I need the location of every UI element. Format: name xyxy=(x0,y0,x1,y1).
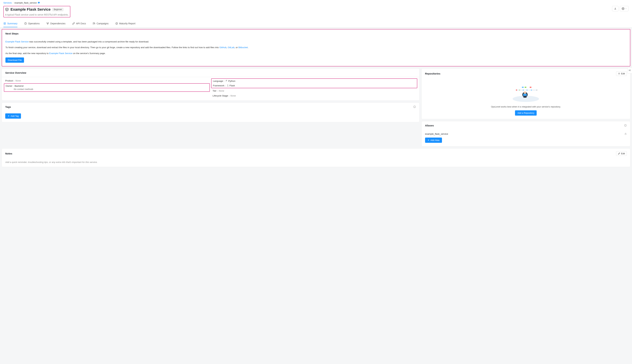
lifecycle-row: Lifecycle Stage : None xyxy=(213,94,416,97)
tab-operations[interactable]: Operations xyxy=(24,20,40,27)
thumb-icon[interactable] xyxy=(38,1,40,4)
tab-dependencies[interactable]: Dependencies xyxy=(46,20,66,27)
owner-link[interactable]: Backend xyxy=(15,85,24,87)
plus-icon xyxy=(427,139,429,141)
page-title: Example Flask Service xyxy=(11,7,51,12)
service-icon xyxy=(5,8,9,11)
collapse-icon xyxy=(628,69,631,72)
service-link-2[interactable]: Example Flask Service xyxy=(49,52,72,54)
tags-title: Tags xyxy=(5,106,11,108)
next-steps-p1: Example Flask Service was successfully c… xyxy=(6,40,626,44)
svg-rect-23 xyxy=(523,96,526,98)
notes-title: Notes xyxy=(5,152,12,155)
notes-card: Notes Edit Add a quick reminder, trouble… xyxy=(2,148,630,167)
alias-value: example_flask_service xyxy=(425,133,448,135)
svg-rect-19 xyxy=(530,87,531,88)
aliases-title: Aliases xyxy=(425,124,434,127)
svg-rect-18 xyxy=(525,87,526,88)
svg-rect-17 xyxy=(522,87,524,88)
svg-rect-25 xyxy=(625,134,626,135)
lifecycle-label: Lifecycle Stage : xyxy=(213,94,229,97)
svg-point-15 xyxy=(526,90,527,90)
svg-point-0 xyxy=(623,8,623,9)
bitbucket-link[interactable]: Bitbucket xyxy=(238,46,248,49)
framework-value: Flask xyxy=(227,84,235,87)
tab-label: Dependencies xyxy=(50,22,66,25)
pencil-icon xyxy=(618,152,620,154)
breadcrumb-root[interactable]: Services xyxy=(4,2,12,4)
tags-card: Tags Add Tag xyxy=(2,102,419,122)
tab-label: Operations xyxy=(28,22,40,25)
aliases-card: Aliases example_flask_service Add Alias xyxy=(421,121,630,146)
repositories-empty-text: OpsLevel works best when it is integrate… xyxy=(425,106,627,108)
next-steps-title: Next Steps xyxy=(2,30,630,38)
breadcrumb: Services / example_flask_service xyxy=(0,0,632,4)
product-row: Product : None xyxy=(5,80,209,82)
next-steps-card: Next Steps Example Flask Service was suc… xyxy=(2,29,630,66)
repository-illustration xyxy=(511,82,540,102)
svg-point-14 xyxy=(523,90,524,90)
tier-label: Tier : xyxy=(213,90,218,92)
dependencies-icon xyxy=(46,22,49,25)
svg-point-6 xyxy=(116,22,118,24)
api-docs-icon xyxy=(72,22,75,25)
service-overview-card: Service Overview Product : None Owner : xyxy=(2,68,419,100)
summary-icon xyxy=(4,22,6,25)
svg-point-4 xyxy=(48,23,49,23)
tab-api-docs[interactable]: API Docs xyxy=(72,20,86,27)
tab-summary[interactable]: Summary xyxy=(4,20,18,27)
breadcrumb-separator: / xyxy=(13,2,14,4)
alias-item: example_flask_service xyxy=(425,132,627,138)
language-value: Python xyxy=(225,80,235,82)
breadcrumb-current: example_flask_service xyxy=(14,2,37,4)
python-icon xyxy=(225,80,228,82)
svg-point-3 xyxy=(47,23,47,23)
tier-value: None xyxy=(219,90,224,92)
next-steps-p2: To finish creating your service, downloa… xyxy=(6,46,626,49)
page-header: Example Flask Service Beginner A typical… xyxy=(4,6,70,18)
owner-contact-note: No contact methods xyxy=(14,88,208,90)
settings-button[interactable] xyxy=(620,6,628,11)
svg-point-21 xyxy=(524,92,526,94)
maturity-icon xyxy=(115,22,118,25)
github-link[interactable]: GitHub xyxy=(219,46,226,49)
flask-icon xyxy=(227,84,229,87)
level-badge: Beginner xyxy=(52,8,64,11)
tab-label: Summary xyxy=(7,22,18,25)
svg-point-16 xyxy=(531,90,532,90)
info-icon[interactable] xyxy=(413,106,416,108)
add-tag-button[interactable]: Add Tag xyxy=(5,114,21,119)
tab-maturity-report[interactable]: Maturity Report xyxy=(115,20,136,27)
download-icon xyxy=(614,7,616,10)
gear-icon xyxy=(622,7,624,10)
edit-repositories-button[interactable]: Edit xyxy=(616,71,627,76)
chevron-down-icon xyxy=(625,8,627,10)
tab-label: API Docs xyxy=(76,22,86,25)
add-repository-button[interactable]: Add a Repository xyxy=(515,110,537,116)
download-button[interactable] xyxy=(612,6,618,11)
gear-icon xyxy=(618,72,620,75)
tier-row: Tier : None xyxy=(213,90,416,92)
lock-icon xyxy=(624,133,627,135)
campaigns-icon xyxy=(93,22,95,25)
owner-label: Owner : xyxy=(6,85,14,87)
download-file-button[interactable]: Download File xyxy=(6,58,24,63)
info-icon[interactable] xyxy=(624,124,627,127)
svg-point-9 xyxy=(619,73,619,74)
framework-label: Framework : xyxy=(213,84,226,87)
plus-icon xyxy=(8,115,10,117)
add-alias-button[interactable]: Add Alias xyxy=(425,138,442,143)
service-overview-title: Service Overview xyxy=(2,68,419,77)
owner-box: Owner : Backend No contact methods xyxy=(4,83,210,92)
tab-label: Maturity Report xyxy=(119,22,136,25)
lifecycle-value: None xyxy=(230,94,236,97)
page-description: A typical Flask service used to serve RE… xyxy=(5,13,69,16)
gitlab-link[interactable]: GitLab xyxy=(228,46,235,49)
service-link[interactable]: Example Flask Service xyxy=(6,40,29,43)
edit-notes-button[interactable]: Edit xyxy=(616,151,627,156)
collapse-sidebar-button[interactable] xyxy=(627,68,632,74)
tab-campaigns[interactable]: Campaigns xyxy=(93,20,109,27)
product-value: None xyxy=(16,80,21,82)
tabs: Summary Operations Dependencies API Docs… xyxy=(0,20,632,28)
notes-placeholder: Add a quick reminder, troubleshooting ti… xyxy=(5,161,627,164)
